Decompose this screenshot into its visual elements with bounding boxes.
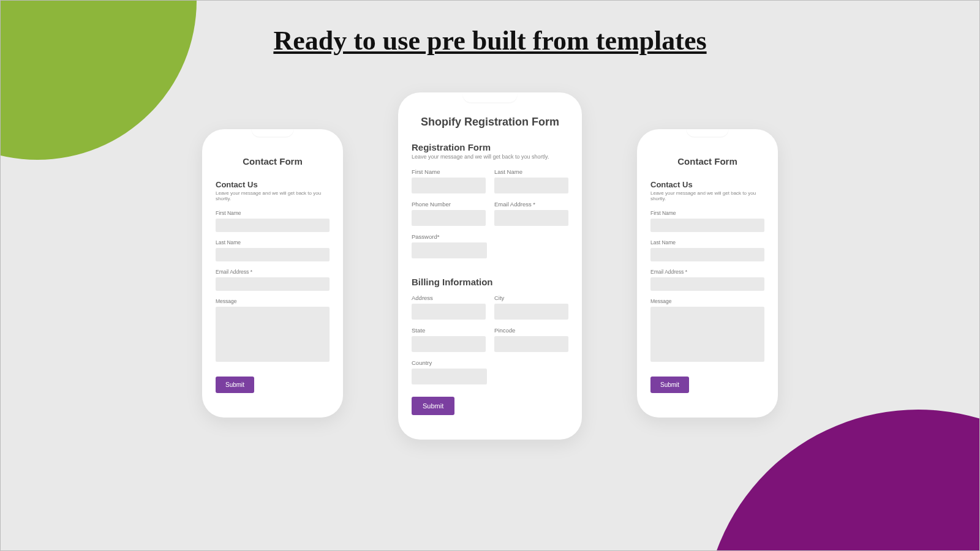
email-input[interactable] bbox=[650, 277, 764, 291]
label-email: Email Address * bbox=[650, 269, 764, 275]
page-title: Ready to use pre built from templates bbox=[1, 25, 979, 56]
label-last-name: Last Name bbox=[494, 168, 568, 175]
label-last-name: Last Name bbox=[650, 239, 764, 246]
email-input[interactable] bbox=[494, 210, 568, 226]
label-address: Address bbox=[412, 294, 486, 301]
last-name-input[interactable] bbox=[494, 178, 568, 193]
template-card-shopify-registration: Shopify Registration Form Registration F… bbox=[398, 92, 582, 440]
section-subtext: Leave your message and we will get back … bbox=[216, 190, 330, 201]
label-password: Password* bbox=[412, 233, 487, 240]
label-country: Country bbox=[412, 359, 487, 366]
label-last-name: Last Name bbox=[216, 239, 330, 246]
phone-notch bbox=[251, 129, 294, 138]
password-input[interactable] bbox=[412, 242, 487, 258]
label-phone: Phone Number bbox=[412, 201, 486, 208]
template-card-contact-right: Contact Form Contact Us Leave your messa… bbox=[637, 129, 778, 418]
template-cards-row: Contact Form Contact Us Leave your messa… bbox=[1, 92, 979, 440]
submit-button[interactable]: Submit bbox=[216, 377, 254, 393]
label-state: State bbox=[412, 327, 486, 334]
first-name-input[interactable] bbox=[412, 178, 486, 193]
section-heading-billing: Billing Information bbox=[412, 277, 568, 287]
section-heading-registration: Registration Form bbox=[412, 142, 568, 152]
last-name-input[interactable] bbox=[216, 248, 330, 261]
section-subtext: Leave your message and we will get back … bbox=[650, 190, 764, 201]
country-input[interactable] bbox=[412, 369, 487, 384]
last-name-input[interactable] bbox=[650, 248, 764, 261]
city-input[interactable] bbox=[494, 304, 568, 320]
message-input[interactable] bbox=[650, 307, 764, 362]
first-name-input[interactable] bbox=[216, 219, 330, 232]
phone-input[interactable] bbox=[412, 210, 486, 226]
label-email: Email Address * bbox=[494, 201, 568, 208]
phone-notch bbox=[462, 92, 518, 103]
phone-notch bbox=[686, 129, 729, 138]
label-message: Message bbox=[216, 298, 330, 304]
form-title: Contact Form bbox=[216, 156, 330, 167]
label-first-name: First Name bbox=[216, 210, 330, 216]
label-pincode: Pincode bbox=[494, 327, 568, 334]
section-subtext: Leave your message and we will get back … bbox=[412, 154, 568, 160]
label-message: Message bbox=[650, 298, 764, 304]
label-email: Email Address * bbox=[216, 269, 330, 275]
state-input[interactable] bbox=[412, 336, 486, 352]
label-city: City bbox=[494, 294, 568, 301]
form-title: Contact Form bbox=[650, 156, 764, 167]
section-heading: Contact Us bbox=[650, 180, 764, 189]
first-name-input[interactable] bbox=[650, 219, 764, 232]
submit-button[interactable]: Submit bbox=[650, 377, 689, 393]
email-input[interactable] bbox=[216, 277, 330, 291]
form-title: Shopify Registration Form bbox=[412, 116, 568, 129]
template-card-contact-left: Contact Form Contact Us Leave your messa… bbox=[202, 129, 343, 418]
submit-button[interactable]: Submit bbox=[412, 397, 454, 415]
section-heading: Contact Us bbox=[216, 180, 330, 189]
address-input[interactable] bbox=[412, 304, 486, 320]
message-input[interactable] bbox=[216, 307, 330, 362]
label-first-name: First Name bbox=[650, 210, 764, 216]
label-first-name: First Name bbox=[412, 168, 486, 175]
pincode-input[interactable] bbox=[494, 336, 568, 352]
